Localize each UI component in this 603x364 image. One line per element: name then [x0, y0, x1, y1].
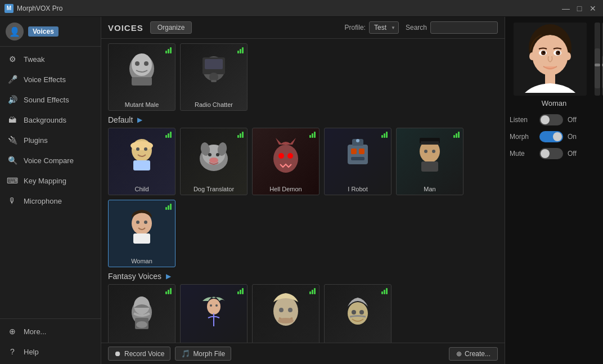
sidebar-item-voice-compare[interactable]: 🔍 Voice Compare	[0, 150, 101, 170]
listen-label: Listen	[510, 116, 535, 124]
record-icon: ⏺	[114, 349, 122, 358]
sidebar-item-tweak[interactable]: ⚙ Tweak	[0, 49, 101, 69]
sidebar-bottom: ⊕ More... ? Help	[0, 318, 101, 364]
voice-card-man[interactable]: Man	[396, 128, 464, 195]
svg-point-5	[144, 61, 148, 66]
svg-point-67	[557, 52, 559, 53]
svg-point-12	[130, 141, 153, 150]
sidebar-item-label: Tweak	[24, 55, 45, 64]
voice-card-mutant-male[interactable]: mutant Mutant Male	[108, 43, 176, 111]
svg-point-52	[288, 308, 292, 312]
listen-toggle[interactable]	[539, 114, 563, 125]
fantasy-section-title: Fantasy Voices	[108, 272, 161, 281]
svg-point-39	[136, 221, 140, 224]
morph-label: Morph	[510, 133, 535, 141]
voice-image	[109, 200, 175, 255]
organize-button[interactable]: Organize	[150, 21, 192, 34]
morph-toggle[interactable]	[539, 131, 563, 142]
create-button[interactable]: ⊕ Create...	[449, 347, 498, 361]
voice-image	[325, 128, 391, 183]
voice-image	[181, 285, 247, 340]
voice-image: mutant	[109, 44, 175, 99]
voice-label: Giant	[253, 341, 319, 343]
svg-rect-8	[205, 59, 223, 69]
voices-scroll[interactable]: mutant Mutant Male	[101, 39, 505, 343]
profile-select[interactable]: Test	[369, 21, 399, 34]
content-area: VOICES Organize Profile: Test Search	[101, 17, 505, 364]
voice-image	[253, 128, 319, 183]
svg-rect-37	[421, 161, 438, 172]
plugins-icon: 🔌	[7, 134, 18, 146]
morph-value: On	[568, 133, 577, 141]
sidebar-item-plugins[interactable]: 🔌 Plugins	[0, 130, 101, 150]
voice-label: Dwarf	[109, 341, 175, 343]
default-section-arrow: ▶	[137, 116, 142, 124]
mute-toggle[interactable]	[539, 148, 563, 159]
voice-image	[109, 285, 175, 340]
sidebar-item-label: Sound Effects	[24, 96, 69, 104]
sidebar-profile: 👤 Voices	[0, 17, 101, 47]
content-header: VOICES Organize Profile: Test Search	[101, 17, 505, 39]
maximize-button[interactable]: □	[574, 3, 585, 14]
voice-label: Radio Chatter	[181, 100, 247, 110]
sidebar-item-label: Backgrounds	[24, 116, 66, 124]
sidebar-item-key-mapping[interactable]: ⌨ Key Mapping	[0, 170, 101, 191]
voice-card-child[interactable]: Child	[108, 128, 176, 195]
sidebar-item-microphone[interactable]: 🎙 Microphone	[0, 191, 101, 211]
sidebar: 👤 Voices ⚙ Tweak 🎤 Voice Effects 🔊 Sound…	[0, 17, 101, 364]
svg-point-21	[216, 153, 219, 156]
sidebar-nav: ⚙ Tweak 🎤 Voice Effects 🔊 Sound Effects …	[0, 47, 101, 318]
create-label: Create...	[465, 350, 490, 358]
voice-card-giant[interactable]: Giant	[252, 284, 320, 343]
close-button[interactable]: ✕	[587, 3, 598, 14]
record-voice-button[interactable]: ⏺ Record Voice	[108, 347, 170, 361]
voices-label[interactable]: Voices	[28, 26, 58, 37]
sidebar-item-more[interactable]: ⊕ More...	[0, 321, 101, 341]
mute-control: Mute Off	[510, 148, 598, 159]
voice-label: Female Pixie	[181, 341, 247, 343]
sidebar-item-voice-effects[interactable]: 🎤 Voice Effects	[0, 69, 101, 89]
voice-image	[253, 285, 319, 340]
minimize-button[interactable]: —	[560, 3, 572, 14]
svg-point-51	[279, 308, 284, 312]
voice-label: Child	[109, 185, 175, 195]
voice-card-female-pixie[interactable]: Female Pixie	[180, 284, 248, 343]
sidebar-item-sound-effects[interactable]: 🔊 Sound Effects	[0, 89, 101, 110]
voice-effects-icon: 🎤	[7, 74, 18, 85]
morph-file-button[interactable]: 🎵 Morph File	[175, 347, 231, 361]
voice-card-woman[interactable]: Woman	[108, 200, 176, 267]
voice-label: Dog Translator	[181, 185, 247, 195]
microphone-icon: 🎙	[7, 195, 18, 206]
sidebar-item-help[interactable]: ? Help	[0, 341, 101, 362]
tweak-icon: ⚙	[7, 53, 18, 65]
sidebar-item-label: More...	[24, 327, 46, 336]
voice-card-hell-demon[interactable]: Hell Demon	[252, 128, 320, 195]
search-input[interactable]	[430, 21, 498, 34]
voice-card-nasty-gnome[interactable]: Nasty Gnome	[324, 284, 392, 343]
sidebar-item-backgrounds[interactable]: 🏔 Backgrounds	[0, 110, 101, 130]
voice-image	[325, 285, 391, 340]
svg-rect-15	[133, 160, 150, 170]
sidebar-item-label: Voice Compare	[24, 156, 74, 165]
voice-card-i-robot[interactable]: I Robot	[324, 128, 392, 195]
bottom-toolbar: ⏺ Record Voice 🎵 Morph File ⊕ Create...	[101, 343, 505, 364]
svg-point-35	[424, 150, 428, 153]
voice-card-radio-chatter[interactable]: Radio Chatter	[180, 43, 248, 111]
search-label: Search	[406, 24, 427, 32]
svg-point-56	[359, 310, 364, 314]
svg-point-25	[287, 153, 293, 159]
titlebar: M MorphVOX Pro — □ ✕	[0, 0, 603, 17]
svg-point-45	[136, 321, 147, 328]
sidebar-item-label: Microphone	[24, 197, 62, 205]
default-voices-grid: Child	[108, 128, 498, 267]
svg-rect-28	[359, 149, 364, 154]
svg-point-22	[209, 158, 218, 163]
voice-card-dwarf[interactable]: Dwarf	[108, 284, 176, 343]
svg-point-24	[278, 153, 284, 159]
backgrounds-icon: 🏔	[7, 114, 18, 125]
morph-control: Morph On	[510, 131, 598, 142]
voice-card-dog-translator[interactable]: Dog Translator	[180, 128, 248, 195]
svg-point-48	[215, 304, 218, 307]
mute-label: Mute	[510, 150, 535, 158]
svg-point-23	[273, 145, 298, 173]
